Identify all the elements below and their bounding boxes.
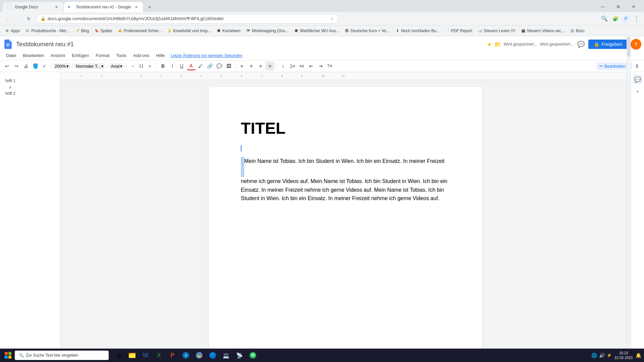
comment-button[interactable]: 💬 [215,62,224,70]
extensions-icon[interactable]: 🧩 [610,14,620,23]
address-bar[interactable]: 🔒 docs.google.com/document/d/1hUH8k6h7Lb… [36,14,338,23]
volume-icon[interactable]: 🔊 [599,353,605,358]
back-button[interactable]: ‹ [3,14,12,23]
start-button[interactable] [3,350,13,361]
print-button[interactable]: 🖨 [21,62,30,70]
outline-item-2[interactable]: s [7,84,57,90]
menu-ansicht[interactable]: Ansicht [47,52,68,59]
notification-icon[interactable]: 🔔 [636,353,641,358]
maximize-button[interactable]: ⧉ [610,1,626,12]
underline-button[interactable]: U [177,62,186,70]
taskbar-app-word[interactable]: W [140,349,152,361]
taskbar-search[interactable]: 🔍 Zur Suche Text hier eingeben [15,351,109,360]
last-change-link[interactable]: Letzte Änderung vor wenigen Sekunden [171,53,243,58]
highlight-color-button[interactable]: 🖊 [196,62,205,70]
tab-close-2[interactable]: ✕ [133,4,139,10]
expand-button[interactable]: ⊻ [633,62,641,70]
font-dropdown[interactable]: Arial ▾ [109,63,124,69]
align-left-button[interactable]: ≡ [237,62,246,70]
share-button[interactable]: 🔒 Freigeben [588,40,628,49]
bookmark-kreativitat[interactable]: 💡 Kreativität und Insp... [165,28,213,34]
reload-button[interactable]: ↻ [24,14,34,23]
network-icon[interactable]: 🌐 [591,353,597,358]
menu-addons[interactable]: Add-ons [130,52,153,59]
bullet-list-button[interactable]: •≡ [298,62,306,70]
indent-decrease-button[interactable]: ⇤ [307,62,316,70]
star-icon[interactable]: ★ [487,41,492,48]
menu-format[interactable]: Format [92,52,113,59]
taskbar-app-unknown[interactable]: 💻 [220,349,232,361]
close-button[interactable]: ✕ [626,1,641,12]
indent-increase-button[interactable]: ⇥ [316,62,325,70]
right-panel-expand-icon[interactable]: + [633,87,642,96]
new-tab-button[interactable]: + [145,3,154,12]
zoom-icon[interactable]: 🔍 [600,14,609,23]
link-button[interactable]: 🔗 [206,62,214,70]
taskbar-app-unknown2[interactable]: 📡 [233,349,246,361]
doc-paragraph-1[interactable]: Mein Name ist Tobias. Ich bin Student in… [241,157,450,203]
taskbar-app-powerpoint[interactable]: P [166,349,178,361]
browser-menu-icon[interactable]: ⋮ [632,14,641,23]
menu-hilfe[interactable]: Hilfe [153,52,168,59]
zoom-dropdown[interactable]: 200% ▾ [53,63,70,69]
paint-format-button[interactable]: 🪣 [31,62,40,70]
right-panel-comments-icon[interactable]: 💬 [633,75,642,84]
taskbar-app-task-view[interactable]: ⊞ [113,349,125,361]
menu-bearbeiten[interactable]: Bearbeiten [19,52,47,59]
align-justify-button[interactable]: ≡ [266,62,274,70]
taskbar-app-spotify[interactable] [247,349,259,361]
docs-scroll-area[interactable]: TITEL Mein Name ist Tobias. Ich bin Stud… [60,80,631,362]
forward-button[interactable]: › [13,14,23,23]
bookmark-steuern-lesen[interactable]: 📊 Steuern Lesen !!!! [476,28,518,34]
redo-button[interactable]: ↪ [12,62,21,70]
text-color-button[interactable]: A [187,62,196,70]
bookmark-blog[interactable]: 📝 Blog [73,28,91,34]
bookmark-steuern-videos[interactable]: 🎬 Steuern Videos wic... [519,28,567,34]
taskbar-app-edge[interactable] [207,349,219,361]
undo-button[interactable]: ↩ [3,62,11,70]
spell-check-button[interactable]: ✓ [40,62,49,70]
taskbar-app-chrome[interactable] [193,349,205,361]
bookmark-icon[interactable]: 📁 [494,41,501,48]
align-right-button[interactable]: ≡ [256,62,265,70]
bookmark-later[interactable]: 🔖 Später [92,28,114,34]
font-size-increase-button[interactable]: + [146,62,154,70]
cursor-line-container[interactable] [241,145,450,152]
font-size-decrease-button[interactable]: − [128,62,137,70]
bookmark-pdf[interactable]: 📄 PDF Report [443,28,474,34]
style-dropdown[interactable]: Normaler T... ▾ [74,63,105,69]
vertical-scrollbar[interactable] [627,72,631,349]
bookmark-hochladen[interactable]: ⬆ Noch hochladen Bu... [393,28,442,34]
taskbar-app-anki[interactable]: A [180,349,192,361]
bookmark-buro[interactable]: 🏢 Büro [568,28,586,34]
bookmark-wahlfacher[interactable]: 🎓 Wahlfächer WU Aus... [292,28,341,34]
numbered-list-button[interactable]: 1≡ [288,62,297,70]
taskbar-app-excel[interactable]: X [153,349,165,361]
doc-page[interactable]: TITEL Mein Name ist Tobias. Ich bin Stud… [209,87,482,355]
outline-item-3[interactable]: hrift 2 [3,90,57,97]
profile-icon[interactable]: P [621,14,631,23]
tab-close-1[interactable]: ✕ [54,4,59,10]
align-center-button[interactable]: ≡ [247,62,256,70]
docs-title[interactable]: Textdokument neu #1 [16,41,484,48]
line-spacing-button[interactable]: ↕ [279,62,287,70]
bookmark-professional[interactable]: ✍ Professionell Schre... [116,28,164,34]
italic-button[interactable]: I [168,62,177,70]
doc-title[interactable]: TITEL [241,119,450,137]
menu-datei[interactable]: Datei [3,52,19,59]
taskbar-clock[interactable]: 15:22 22.02.2021 [614,351,633,360]
bookmark-apps[interactable]: ⊞ Apps [3,28,22,34]
bold-button[interactable]: B [159,62,167,70]
tab-textdoc[interactable]: ● Textdokument neu #1 - Google ✕ [64,2,143,12]
menu-einfugen[interactable]: Einfügen [68,52,92,59]
outline-item-1[interactable]: hrift 1 [3,77,57,84]
taskbar-app-file-manager[interactable] [126,349,138,361]
bookmark-deutsche[interactable]: 📚 Deutsche Kurs + Vo... [342,28,391,34]
comments-button[interactable]: 💬 [576,40,586,49]
minimize-button[interactable]: — [595,1,610,12]
bookmark-mindmapping[interactable]: 🗺 Mindmapping (Gru... [244,28,290,34]
image-button[interactable]: 🖼 [224,62,233,70]
bookmark-produktsuche[interactable]: 🏷 Produktsuche - Mer... [23,28,71,34]
clear-formatting-button[interactable]: T✕ [326,62,334,70]
menu-tools[interactable]: Tools [113,52,129,59]
